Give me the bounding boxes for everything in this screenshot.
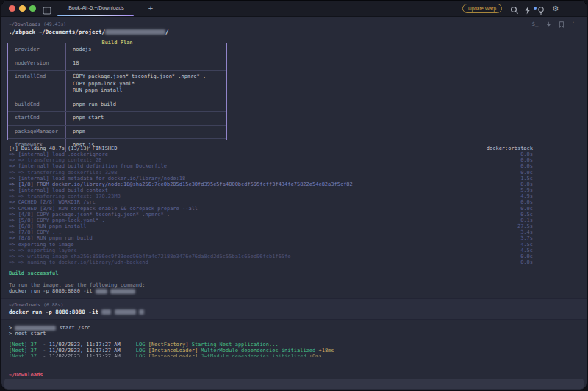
docker-log-line: => => writing image sha256:8586ec9f33eed…: [9, 254, 533, 259]
titlebar: .Book-Air-5:~/Downloads + Update Warp ⚙: [1, 1, 587, 17]
nest-timestamp: - 11/02/2023, 11:17:27 AM: [37, 342, 121, 348]
docker-run-command[interactable]: docker run -p 8080:8080 -it: [9, 309, 144, 315]
build-success-message: Build successful: [9, 270, 58, 276]
nest-pid: [Nest] 37: [9, 348, 37, 354]
docker-log-duration: 4.5s: [516, 248, 533, 254]
docker-log-duration: 3.4s: [516, 229, 533, 235]
build-plan-key: buildCmd: [8, 98, 65, 112]
docker-log-line: => => transferring context: 170.23MB4.9s: [9, 193, 533, 199]
tab-title: .Book-Air-5:~/Downloads: [57, 1, 134, 15]
nest-log-message: MulterModule dependencies initialized: [198, 348, 315, 354]
build-plan-row: nodeVersion18: [8, 57, 226, 71]
docker-build-log: [+] Building 48.7s (13/13) FINISHEDdocke…: [9, 146, 533, 265]
nest-application-logs: [Nest] 37 - 11/02/2023, 11:17:27 AM LOG …: [9, 342, 334, 357]
docker-log-line: => => transferring context: 2B0.0s: [9, 157, 533, 163]
npm-start-line: > start /src: [9, 325, 90, 331]
docker-log-line: => [internal] load .dockerignore0.0s: [9, 151, 533, 157]
docker-log-line: [+] Building 48.7s (13/13) FINISHEDdocke…: [9, 146, 533, 151]
build-plan-value: COPY package.json* tsconfig.json* .npmrc…: [65, 71, 226, 98]
docker-log-line: => CACHED [2/8] WORKDIR /src0.0s: [9, 199, 533, 205]
workspace-panes-icon[interactable]: [43, 4, 51, 12]
docker-log-line: => [5/8] COPY pnpm-lock.yaml* .0.1s: [9, 218, 533, 223]
ai-bolt-icon[interactable]: [545, 21, 552, 28]
bookmark-icon[interactable]: [559, 21, 564, 28]
build-plan-value: nodejs: [65, 43, 226, 57]
close-button[interactable]: [9, 5, 15, 12]
docker-log-duration: 0.0s: [516, 254, 533, 259]
docker-log-duration: 27.5s: [513, 223, 533, 229]
build-plan-value: pnpm start: [65, 112, 226, 125]
terminal-prompt-icon[interactable]: $_: [531, 21, 538, 28]
tab-downloads[interactable]: .Book-Air-5:~/Downloads: [57, 1, 134, 17]
docker-log-duration: 5.9s: [516, 187, 533, 193]
more-kebab-icon[interactable]: ⋮: [571, 21, 577, 28]
nest-timestamp: - 11/02/2023, 11:17:27 AM: [37, 354, 121, 357]
docker-log-duration: 0.0s: [516, 170, 533, 176]
redacted-text: [110, 289, 135, 294]
docker-log-line: => CACHED [3/8] RUN corepack enable && c…: [9, 206, 533, 212]
nest-log-context: [InstanceLoader]: [145, 348, 198, 354]
search-icon[interactable]: [510, 4, 519, 13]
current-prompt-path[interactable]: ~/Downloads: [9, 372, 43, 378]
block2-prompt-header: ~/Downloads (6.88s): [9, 302, 63, 308]
docker-log-duration: 0.0s: [516, 157, 533, 163]
active-tab-indicator: [57, 15, 134, 16]
maximize-button[interactable]: [29, 5, 36, 12]
docker-log-line: => [internal] load build definition from…: [9, 163, 533, 169]
build-plan-value: 18: [65, 57, 226, 71]
build-plan-value: pnpm: [65, 126, 226, 139]
suggested-run-command: docker run -p 8080:8080 -it: [9, 288, 135, 294]
docker-log-duration: 0.5s: [516, 212, 533, 218]
terminal-input-area[interactable]: [4, 379, 584, 389]
docker-log-duration: 1.5s: [516, 176, 533, 182]
block1-prompt-header: ~/Downloads (49.43s): [9, 21, 66, 27]
nest-log-level: LOG: [121, 354, 146, 357]
build-plan-title: Build Plan: [98, 40, 136, 46]
docker-log-duration: 4.5s: [516, 242, 533, 248]
nest-log-level: LOG: [121, 342, 146, 348]
docker-log-line: => [internal] load build context5.9s: [9, 187, 533, 193]
notifications-bulb-icon[interactable]: [537, 4, 545, 13]
build-plan-table: Build Plan providernodejsnodeVersion18in…: [7, 43, 227, 140]
build-plan-row: startCmdpnpm start: [8, 111, 226, 125]
nest-pid: [Nest] 37: [9, 342, 37, 348]
update-warp-button[interactable]: Update Warp: [462, 4, 502, 13]
docker-log-line: => [1/8] FROM docker.io/library/node:18@…: [9, 182, 533, 187]
build-plan-row: packageManagerpnpm: [8, 125, 226, 139]
redacted-text: [101, 309, 111, 315]
build-plan-key: installCmd: [8, 71, 65, 98]
build-plan-key: nodeVersion: [8, 57, 65, 71]
nest-log-line: [Nest] 37 - 11/02/2023, 11:17:27 AM LOG …: [9, 342, 334, 348]
redacted-text: [15, 326, 56, 331]
ai-bolt-icon[interactable]: [523, 4, 532, 13]
redacted-text: [96, 289, 107, 294]
docker-log-line: => [6/8] RUN pnpm install27.5s: [9, 223, 533, 229]
build-plan-value: pnpm run build: [65, 98, 226, 112]
settings-gear-icon[interactable]: ⚙: [551, 4, 560, 13]
redacted-text: [115, 309, 136, 315]
redacted-text: [105, 29, 165, 35]
nest-start-line: > nest start: [9, 331, 46, 337]
docker-log-duration: 4.9s: [516, 193, 533, 199]
docker-log-duration: 0.0s: [516, 163, 533, 169]
docker-log-duration: 0.1s: [516, 218, 533, 223]
nest-log-message: JwtModule dependencies initialized: [198, 354, 306, 357]
nest-log-delta: +18ms: [315, 348, 334, 354]
build-plan-key: packageManager: [8, 126, 65, 139]
nest-log-context: [NestFactory]: [145, 342, 188, 348]
nest-log-line: [Nest] 37 - 11/02/2023, 11:17:27 AM LOG …: [9, 348, 334, 354]
block-action-bar: $_ ⋮: [531, 21, 576, 28]
nest-log-level: LOG: [121, 348, 146, 354]
build-plan-row: buildCmdpnpm run build: [8, 98, 226, 112]
notification-dot: [534, 7, 537, 10]
docker-log-line: => => naming to docker.io/library/udn-ba…: [9, 259, 533, 265]
docker-log-line: => [internal] load metadata for docker.i…: [9, 176, 533, 182]
docker-log-line: => [7/8] COPY . .3.4s: [9, 229, 533, 235]
nest-log-line: [Nest] 37 - 11/02/2023, 11:17:27 AM LOG …: [9, 354, 334, 357]
docker-log-line: => [4/8] COPY package.json* tsconfig.jso…: [9, 212, 533, 218]
minimize-button[interactable]: [19, 5, 26, 12]
docker-log-duration: 3.7s: [516, 235, 533, 241]
zbpack-command[interactable]: ./zbpack ~/Documents/project//: [9, 29, 168, 35]
new-tab-button[interactable]: +: [146, 3, 156, 13]
redacted-text: [139, 309, 144, 315]
